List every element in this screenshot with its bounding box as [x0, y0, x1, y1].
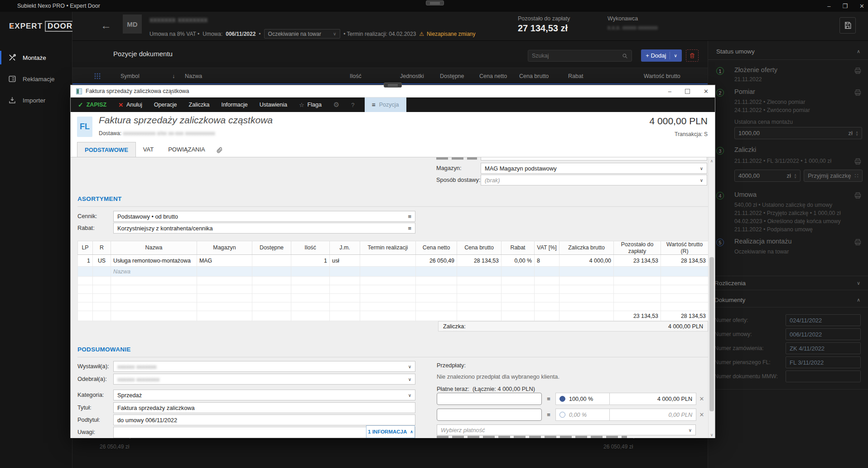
- items-column-header[interactable]: Nazwa: [111, 241, 197, 255]
- tytul-input[interactable]: Faktura sprzedaży zaliczkowa: [113, 402, 415, 413]
- item-cell[interactable]: 1: [291, 255, 330, 267]
- scroll-up-icon[interactable]: ∧: [709, 157, 715, 164]
- sidebar-item-montaze[interactable]: Montaże: [0, 50, 72, 65]
- sposob-dostawy-select[interactable]: (brak) ∨: [481, 175, 707, 185]
- section-dokumenty[interactable]: Dokumenty ∧: [708, 293, 868, 307]
- item-cell[interactable]: US: [93, 255, 111, 267]
- menu-bars-icon[interactable]: ≡: [408, 213, 411, 220]
- stepper-icon[interactable]: ∧∨: [794, 174, 796, 178]
- items-column-header[interactable]: Cena brutto: [457, 241, 502, 255]
- radio-unselected-icon[interactable]: [559, 412, 565, 418]
- items-column-header[interactable]: J.m.: [330, 241, 360, 255]
- column-dostepne[interactable]: Dostępne: [440, 73, 464, 79]
- sidebar-item-importer[interactable]: Importer: [0, 93, 72, 108]
- menu-bars-icon[interactable]: ≡: [408, 225, 411, 232]
- paperclip-icon[interactable]: [216, 146, 223, 154]
- rabat-field[interactable]: Korzystniejszy z kontrahenta/cennika ≡: [113, 223, 415, 234]
- item-cell[interactable]: 28 134,53: [661, 255, 709, 267]
- ustawienia-menu[interactable]: Ustawienia: [260, 102, 287, 108]
- column-rabat[interactable]: Rabat: [568, 73, 583, 79]
- scrollbar-thumb[interactable]: [709, 257, 714, 411]
- help-button[interactable]: ?: [351, 102, 354, 108]
- items-column-header[interactable]: VAT [%]: [535, 241, 559, 255]
- column-symbol[interactable]: Symbol: [121, 73, 140, 79]
- modal-close-button[interactable]: ✕: [704, 88, 709, 95]
- status-panel-header[interactable]: Status umowy ∧: [708, 44, 868, 60]
- kategoria-select[interactable]: Sprzedaż ∨: [113, 390, 415, 400]
- item-cell[interactable]: 8: [535, 255, 559, 267]
- item-cell[interactable]: MAG: [197, 255, 252, 267]
- items-column-header[interactable]: LP: [78, 241, 93, 255]
- payment-percent[interactable]: 0,00 %: [555, 409, 610, 421]
- modal-drag-handle[interactable]: [384, 83, 402, 88]
- items-column-header[interactable]: Dostępne: [252, 241, 291, 255]
- zaliczka-amount-input[interactable]: 4000,00 zł∧∨: [734, 170, 800, 182]
- odebral-select[interactable]: xxxxxx xxxxxxxx ∨: [113, 374, 415, 385]
- document-number-value[interactable]: FL 3/11/2022: [786, 356, 861, 368]
- modal-minimize-button[interactable]: –: [668, 88, 671, 95]
- item-cell[interactable]: 28 134,53: [457, 255, 502, 267]
- payment-method-select[interactable]: Wybierz płatność ∨: [437, 424, 696, 435]
- delete-button[interactable]: [686, 49, 699, 62]
- items-column-header[interactable]: Termin realizacji: [360, 241, 416, 255]
- payment-input[interactable]: [437, 393, 542, 405]
- items-column-header[interactable]: Pozostało do zapłaty: [614, 241, 661, 255]
- maximize-button[interactable]: ❐: [842, 3, 848, 10]
- status-dropdown[interactable]: Oczekiwanie na towar ∨: [264, 29, 341, 39]
- item-cell[interactable]: [252, 255, 291, 267]
- column-nazwa[interactable]: Nazwa: [185, 73, 202, 79]
- printer-icon[interactable]: [854, 67, 862, 74]
- item-cell[interactable]: 4 000,00: [559, 255, 614, 267]
- section-rozliczenia[interactable]: Rozliczenia ∨: [708, 276, 868, 290]
- back-arrow-icon[interactable]: ←: [101, 20, 111, 31]
- chevron-down-icon[interactable]: ∨: [857, 280, 860, 286]
- chevron-up-icon[interactable]: ∧: [857, 297, 860, 303]
- menu-bars-icon[interactable]: ≡: [542, 409, 555, 421]
- document-number-value[interactable]: 006/11/2022: [786, 328, 861, 340]
- payment-percent[interactable]: 100,00 %: [555, 393, 610, 405]
- items-column-header[interactable]: Zaliczka brutto: [559, 241, 614, 255]
- item-cell[interactable]: usł: [330, 255, 360, 267]
- printer-icon[interactable]: [854, 239, 862, 246]
- items-column-header[interactable]: Cena netto: [416, 241, 457, 255]
- placeholder-nazwa-cell[interactable]: Nazwa: [111, 267, 197, 277]
- items-column-header[interactable]: Rabat: [502, 241, 535, 255]
- zapisz-button[interactable]: ✓ ZAPISZ: [78, 101, 106, 108]
- screen-drag-handle[interactable]: [426, 0, 444, 5]
- cena-montazu-input[interactable]: 1000,00 zł∧∨: [734, 127, 862, 139]
- przyjmij-zaliczke-button[interactable]: Przyjmij zaliczkę ∷: [804, 170, 863, 182]
- column-cena-brutto[interactable]: Cena brutto: [519, 73, 549, 79]
- zaliczka-menu[interactable]: Zaliczka: [189, 102, 210, 108]
- modal-maximize-button[interactable]: [685, 89, 690, 94]
- magazyn-select[interactable]: MAG Magazyn podstawowy ∨: [481, 163, 707, 174]
- items-column-header[interactable]: Wartość brutto (R): [661, 241, 709, 255]
- items-column-header[interactable]: R: [93, 241, 111, 255]
- item-cell[interactable]: [360, 255, 416, 267]
- scroll-down-icon[interactable]: ∨: [709, 431, 715, 438]
- remove-payment-icon[interactable]: ✕: [696, 409, 707, 421]
- menu-bars-icon[interactable]: ≡: [542, 393, 555, 405]
- remove-payment-icon[interactable]: ✕: [696, 393, 707, 405]
- document-number-value[interactable]: [786, 370, 861, 382]
- flaga-button[interactable]: ☆ Flaga: [299, 102, 322, 108]
- cennik-field[interactable]: Podstawowy • od brutto ≡: [113, 211, 415, 222]
- search-input[interactable]: Szukaj: [528, 50, 632, 62]
- wystawil-select[interactable]: xxxxxx xxxxxxx ∨: [113, 361, 415, 372]
- document-number-value[interactable]: 024/11/2022: [786, 314, 861, 326]
- stepper-icon[interactable]: ∧∨: [856, 131, 858, 136]
- settings-gear-button[interactable]: ⚙: [333, 101, 339, 109]
- add-button[interactable]: + Dodaj ∨: [641, 49, 682, 62]
- informacja-button[interactable]: 1 INFORMACJA ∧: [366, 425, 415, 438]
- item-row[interactable]: 1USUsługa remontowo-montażowaMAG1usł26 0…: [78, 255, 709, 267]
- document-number-value[interactable]: ZK 4/11/2022: [786, 342, 861, 354]
- item-cell[interactable]: 1: [78, 255, 93, 267]
- printer-icon[interactable]: [854, 89, 862, 96]
- payment-input[interactable]: [437, 409, 542, 421]
- printer-icon[interactable]: [854, 158, 862, 165]
- sidebar-item-reklamacje[interactable]: Reklamacje: [0, 71, 72, 87]
- column-jednostki[interactable]: Jednostki: [400, 73, 424, 79]
- items-column-header[interactable]: Magazyn: [197, 241, 252, 255]
- printer-icon[interactable]: [854, 192, 862, 199]
- save-document-button[interactable]: [839, 17, 856, 34]
- informacje-menu[interactable]: Informacje: [221, 102, 247, 108]
